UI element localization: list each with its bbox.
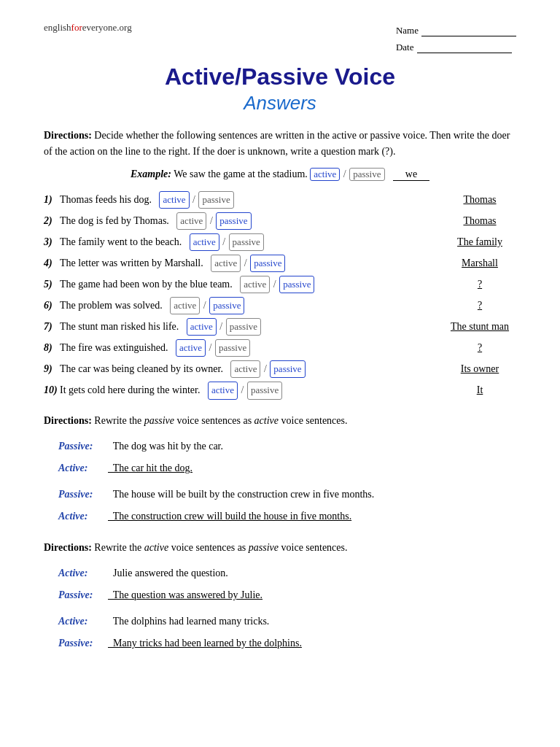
sentence-text: The stunt man risked his life. active / … (60, 318, 436, 336)
passive-badge: passive (209, 297, 244, 314)
sentence-text: The dog is fed by Thomas. active / passi… (60, 212, 436, 230)
sentence-answer: ? (436, 276, 516, 293)
date-label: Date (396, 39, 414, 55)
rewrites-section-1: Passive: The dog was hit by the car. Act… (58, 436, 516, 527)
sentence-answer: It (436, 382, 516, 399)
sentence-answer: The family (436, 233, 516, 251)
sentence-answer: The stunt man (436, 318, 516, 336)
sentence-text: The letter was written by Marshall. acti… (60, 255, 436, 272)
passive-label: Passive: (58, 484, 108, 505)
passive-badge: passive (279, 276, 314, 293)
sentence-answer: ? (436, 297, 516, 314)
table-row: 1) Thomas feeds his dog. active / passiv… (44, 191, 516, 209)
example-passive-badge: passive (349, 168, 384, 181)
passive-badge: passive (247, 382, 282, 399)
list-item: Active: The construction crew will build… (58, 506, 516, 527)
sentence-text: Thomas feeds his dog. active / passive (60, 191, 436, 209)
table-row: 9) The car was being cleaned by its owne… (44, 360, 516, 378)
active-sentence: The construction crew will build the hou… (108, 506, 351, 527)
sentence-answer: Thomas (436, 191, 516, 209)
site-name: englishforeveryone.org (44, 22, 132, 34)
dir3-text: Rewrite the active voice sentences as pa… (94, 542, 347, 553)
directions-2: Directions: Rewrite the passive voice se… (44, 413, 516, 429)
sentence-answer: ? (436, 339, 516, 357)
list-item: Passive: The question was answered by Ju… (58, 585, 516, 605)
passive-badge: passive (226, 318, 261, 336)
sentence-answer: Thomas (436, 212, 516, 230)
active-label: Active: (58, 506, 108, 527)
active-badge: active (211, 255, 241, 272)
directions-1: Directions: Decide whether the following… (44, 128, 516, 160)
active-sentence: The car hit the dog. (108, 458, 192, 479)
table-row: 6) The problem was solved. active / pass… (44, 297, 516, 314)
sentence-text: The fire was extinguished. active / pass… (60, 339, 436, 357)
sentence-num: 2) (44, 212, 60, 230)
dir2-text: Rewrite the passive voice sentences as a… (94, 415, 347, 426)
active-badge: active (230, 360, 260, 378)
example-sentence: We saw the game at the stadium. (174, 169, 310, 179)
active-badge: active (170, 297, 200, 314)
page-title: Active/Passive Voice (44, 63, 516, 90)
passive-sentence: The dog was hit by the car. (108, 436, 223, 457)
list-item: Passive: Many tricks had been learned by… (58, 633, 516, 654)
passive-label: Passive: (58, 436, 108, 457)
active-sentence: Julie answered the question. (108, 563, 228, 584)
date-field (417, 42, 512, 53)
dir3-label: Directions: (44, 542, 92, 553)
passive-badge: passive (198, 191, 233, 209)
dir2-label: Directions: (44, 415, 92, 426)
active-badge: active (159, 191, 189, 209)
sentence-num: 4) (44, 255, 60, 272)
table-row: 8) The fire was extinguished. active / p… (44, 339, 516, 357)
table-row: 5) The game had been won by the blue tea… (44, 276, 516, 293)
sentence-num: 10) (44, 382, 60, 399)
active-sentence: The dolphins had learned many tricks. (108, 611, 269, 632)
table-row: 10) It gets cold here during the winter.… (44, 382, 516, 399)
table-row: 3) The family went to the beach. active … (44, 233, 516, 251)
sentence-num: 9) (44, 360, 60, 378)
example-answer: we (393, 169, 429, 181)
active-badge: active (208, 382, 238, 399)
sentence-answer: Marshall (436, 255, 516, 272)
passive-badge: passive (229, 233, 264, 251)
main-title: Active/Passive Voice (44, 63, 516, 90)
active-label: Active: (58, 563, 108, 584)
sentence-answer: Its owner (436, 360, 516, 378)
active-badge: active (187, 318, 217, 336)
dir1-text: Decide whether the following sentences a… (44, 130, 510, 157)
passive-badge: passive (216, 212, 251, 230)
name-date-block: Name Date (396, 22, 516, 56)
active-badge: active (176, 339, 206, 357)
passive-label: Passive: (58, 585, 108, 605)
table-row: 4) The letter was written by Marshall. a… (44, 255, 516, 272)
sentence-num: 1) (44, 191, 60, 209)
passive-sentence: Many tricks had been learned by the dolp… (108, 633, 302, 654)
sentence-num: 3) (44, 233, 60, 251)
name-label: Name (396, 22, 419, 39)
active-badge: active (176, 212, 206, 230)
sentence-num: 8) (44, 339, 60, 357)
sentence-num: 6) (44, 297, 60, 314)
list-item: Active: The car hit the dog. (58, 458, 516, 479)
list-item: Active: The dolphins had learned many tr… (58, 611, 516, 632)
example-row: Example: We saw the game at the stadium.… (44, 168, 516, 181)
date-line: Date (396, 39, 516, 55)
example-active-badge: active (310, 168, 340, 181)
sentence-num: 7) (44, 318, 60, 336)
example-label: Example: (131, 169, 171, 179)
sentence-num: 5) (44, 276, 60, 293)
sentences-section: 1) Thomas feeds his dog. active / passiv… (44, 191, 516, 400)
sentence-text: The game had been won by the blue team. … (60, 276, 436, 293)
passive-badge: passive (250, 255, 285, 272)
list-item: Passive: The dog was hit by the car. (58, 436, 516, 457)
active-badge: active (240, 276, 270, 293)
page-subtitle: Answers (44, 92, 516, 115)
passive-sentence: The question was answered by Julie. (108, 585, 262, 605)
directions-3: Directions: Rewrite the active voice sen… (44, 540, 516, 556)
list-item: Passive: The house will be built by the … (58, 484, 516, 505)
table-row: 7) The stunt man risked his life. active… (44, 318, 516, 336)
active-badge: active (190, 233, 219, 251)
passive-badge: passive (270, 360, 305, 378)
passive-sentence: The house will be built by the construct… (108, 484, 374, 505)
sentence-text: The car was being cleaned by its owner. … (60, 360, 436, 378)
